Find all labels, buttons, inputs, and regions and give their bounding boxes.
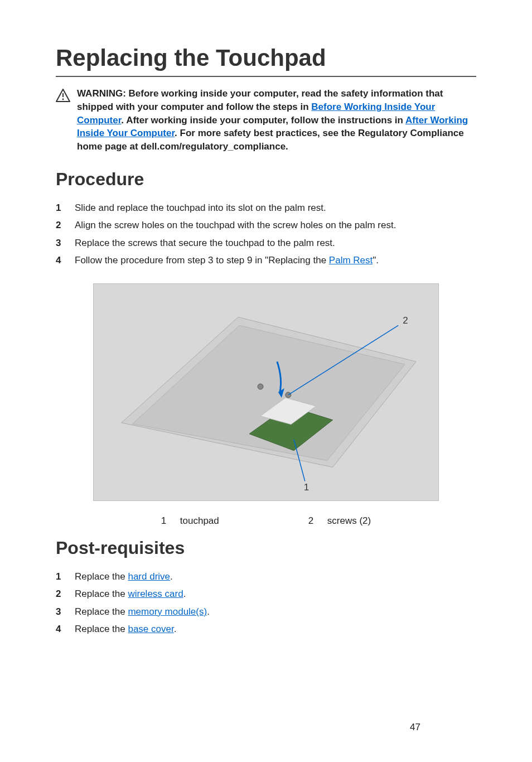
- figure-block: 1 2 1 touchpad 2 screws (2): [56, 283, 476, 527]
- warning-text: WARNING: Before working inside your comp…: [77, 87, 476, 153]
- hard-drive-link[interactable]: hard drive: [128, 571, 170, 582]
- step-text-after: .: [183, 589, 186, 599]
- legend-number: 1: [161, 515, 169, 527]
- postreq-title: Post-requisites: [56, 538, 476, 558]
- legend-label: screws (2): [327, 515, 371, 527]
- wireless-card-link[interactable]: wireless card: [128, 589, 183, 599]
- step-text: Slide and replace the touchpad into its …: [75, 201, 476, 215]
- legend-item: 2 screws (2): [308, 515, 371, 527]
- figure-image: 1 2: [93, 283, 439, 501]
- step-number: 1: [56, 570, 66, 584]
- legend-label: touchpad: [180, 515, 219, 527]
- svg-point-6: [258, 384, 263, 389]
- legend-item: 1 touchpad: [161, 515, 219, 527]
- step-number: 2: [56, 218, 66, 233]
- step-text-after: .: [174, 624, 177, 634]
- step-text: Follow the procedure from step 3 to step…: [75, 253, 476, 268]
- warning-middle1: . After working inside your computer, fo…: [121, 115, 405, 126]
- step-number: 1: [56, 201, 66, 215]
- step-text-after: ".: [373, 255, 379, 266]
- postreq-step: 4 Replace the base cover.: [56, 622, 476, 636]
- callout-2-label: 2: [403, 315, 408, 326]
- step-text: Replace the base cover.: [75, 622, 476, 636]
- postreq-step: 3 Replace the memory module(s).: [56, 605, 476, 619]
- memory-modules-link[interactable]: memory module(s): [128, 606, 207, 617]
- palm-rest-link[interactable]: Palm Rest: [329, 255, 373, 266]
- step-number: 3: [56, 236, 66, 250]
- step-text-before: Replace the: [75, 624, 128, 634]
- page-title: Replacing the Touchpad: [56, 45, 476, 77]
- base-cover-link[interactable]: base cover: [128, 624, 173, 634]
- procedure-steps: 1 Slide and replace the touchpad into it…: [56, 201, 476, 268]
- warning-icon: [56, 89, 70, 104]
- step-text-before: Replace the: [75, 571, 128, 582]
- step-text: Replace the screws that secure the touch…: [75, 236, 476, 250]
- postreq-step: 1 Replace the hard drive.: [56, 570, 476, 584]
- svg-point-7: [286, 392, 291, 398]
- step-number: 2: [56, 587, 66, 601]
- step-text: Align the screw holes on the touchpad wi…: [75, 218, 476, 233]
- procedure-step: 3 Replace the screws that secure the tou…: [56, 236, 476, 250]
- step-text-before: Replace the: [75, 589, 128, 599]
- postreq-step: 2 Replace the wireless card.: [56, 587, 476, 601]
- step-text: Replace the wireless card.: [75, 587, 476, 601]
- step-number: 3: [56, 605, 66, 619]
- svg-point-1: [62, 99, 64, 100]
- step-text-before: Follow the procedure from step 3 to step…: [75, 255, 329, 266]
- step-text: Replace the memory module(s).: [75, 605, 476, 619]
- step-number: 4: [56, 253, 66, 268]
- step-text-before: Replace the: [75, 606, 128, 617]
- step-number: 4: [56, 622, 66, 636]
- step-text: Replace the hard drive.: [75, 570, 476, 584]
- procedure-step: 2 Align the screw holes on the touchpad …: [56, 218, 476, 233]
- figure-legend: 1 touchpad 2 screws (2): [56, 515, 476, 527]
- postreq-steps: 1 Replace the hard drive. 2 Replace the …: [56, 570, 476, 636]
- warning-block: WARNING: Before working inside your comp…: [56, 87, 476, 153]
- procedure-title: Procedure: [56, 169, 476, 190]
- step-text-after: .: [170, 571, 173, 582]
- procedure-step: 1 Slide and replace the touchpad into it…: [56, 201, 476, 215]
- legend-number: 2: [308, 515, 316, 527]
- callout-1-label: 1: [304, 482, 309, 493]
- step-text-after: .: [207, 606, 210, 617]
- procedure-step: 4 Follow the procedure from step 3 to st…: [56, 253, 476, 268]
- page-number: 47: [410, 722, 420, 733]
